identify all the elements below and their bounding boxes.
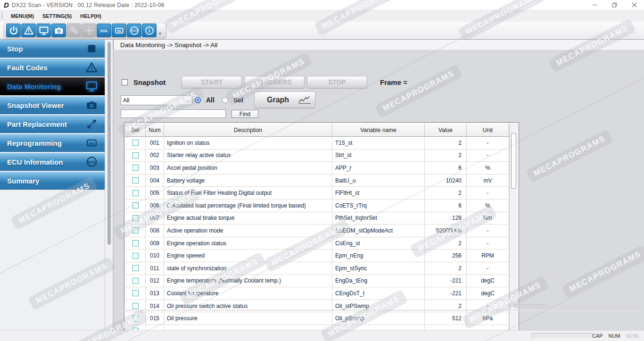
cell-unit: - <box>467 262 509 275</box>
radio-all[interactable] <box>195 97 201 103</box>
breadcrumb: Data Monitoring -> Snapshot -> All <box>113 40 644 50</box>
maximize-button[interactable] <box>604 0 624 10</box>
table-row[interactable]: 013Coolant temperatureCEngDsT_t-221degC <box>125 287 509 300</box>
sidebar-item-summary[interactable]: Summary <box>0 172 105 190</box>
table-scrollbar[interactable] <box>509 124 518 335</box>
toolbar-gears-icon[interactable] <box>66 24 81 37</box>
toolbar-area: EOLReECU▾ <box>0 22 644 40</box>
triggers-button[interactable]: TRIGGERS <box>244 76 305 88</box>
column-header-unit[interactable]: Unit <box>467 124 509 137</box>
row-checkbox[interactable] <box>132 165 139 171</box>
toolbar-overflow-icon[interactable]: ▾ <box>159 31 161 37</box>
toolbar-monitor-icon[interactable] <box>36 24 51 37</box>
table-row[interactable]: 015Oil pressureOil_pSwmp512hPa <box>125 312 509 325</box>
panel-divider <box>118 310 640 311</box>
sidebar-scrollbar[interactable] <box>105 40 113 330</box>
find-button[interactable]: Find <box>231 110 258 118</box>
cell-description: Calculated load percentage (Final limite… <box>164 200 332 212</box>
table-row[interactable]: 003Accel pedal positionAPP_r6% <box>125 162 509 175</box>
cell-description: state of synchronization <box>164 262 332 275</box>
table-row[interactable]: 005Status of Fuel Filter Heating Digital… <box>125 187 509 200</box>
toolbar-eol-icon[interactable]: EOL <box>97 24 111 37</box>
cell-unit: - <box>467 150 509 162</box>
status-bar: CAP NUM SCRL <box>0 330 644 341</box>
menu-item-help[interactable]: HELP(H) <box>76 11 106 21</box>
row-checkbox[interactable] <box>132 215 139 221</box>
sidebar-item-snapshot-viewer[interactable]: Snapshot Viewer <box>0 96 105 114</box>
row-checkbox[interactable] <box>132 303 139 309</box>
toolbar-camera-icon[interactable] <box>51 24 66 37</box>
table-row[interactable]: 009Engine operation statusCoEng_st2- <box>125 237 509 250</box>
cell-num: 001 <box>146 137 164 150</box>
table-scrollbar-thumb[interactable] <box>511 133 516 189</box>
row-checkbox[interactable] <box>132 227 139 233</box>
snapshot-checkbox[interactable] <box>122 79 128 85</box>
table-row[interactable]: 008Active operation modeCoEOM_stOpModeAc… <box>125 225 509 237</box>
cell-unit: degC <box>467 287 509 300</box>
row-checkbox[interactable] <box>132 177 139 183</box>
toolbar-move-icon[interactable] <box>82 24 96 37</box>
keyboard-indicators: CAP NUM SCRL <box>590 331 642 341</box>
table-row[interactable]: 010Engine speeedEpm_nEng256RPM <box>125 250 509 262</box>
cell-num: 009 <box>146 237 164 250</box>
column-header-variable-name[interactable]: Variable name <box>332 124 425 137</box>
stop-button[interactable]: STOP <box>307 76 367 88</box>
row-checkbox[interactable] <box>132 152 139 158</box>
menu-item-menu[interactable]: MENU(M) <box>7 11 38 21</box>
table-row[interactable]: 004Battery voltageBattU_u10240mV <box>125 175 509 187</box>
table-row[interactable]: 011state of synchronizationEpm_stSync2- <box>125 262 509 275</box>
cell-unit: % <box>467 200 509 212</box>
cell-unit: % <box>467 162 509 175</box>
column-header-description[interactable]: Description <box>164 124 332 137</box>
table-row[interactable]: 006Calculated load percentage (Final lim… <box>125 200 509 212</box>
row-checkbox[interactable] <box>132 253 139 259</box>
cell-value: -221 <box>425 287 467 300</box>
row-checkbox[interactable] <box>132 140 139 146</box>
sidebar-item-ecu-information[interactable]: ECU InformationECU <box>0 153 105 171</box>
group-filter-select[interactable]: All ⌄ <box>121 95 192 105</box>
row-checkbox[interactable] <box>132 202 139 208</box>
cell-num: 008 <box>146 225 164 237</box>
sidebar-item-stop[interactable]: Stop <box>0 40 105 58</box>
toolbar-reprog-icon[interactable]: Re <box>112 24 126 37</box>
minimize-button[interactable] <box>585 0 604 10</box>
table-row[interactable]: 001Ignition on statusT15_st2- <box>125 137 509 150</box>
cell-unit: - <box>467 225 509 237</box>
column-header-value[interactable]: Value <box>425 124 467 137</box>
horizontal-scrollbar-thumb[interactable] <box>513 304 547 308</box>
sidebar-item-reprogramming[interactable]: ReprogrammingRe <box>0 134 105 152</box>
cell-value: 512 <box>425 312 467 325</box>
radio-sel[interactable] <box>222 97 228 103</box>
sidebar-scrollbar-thumb[interactable] <box>107 42 111 245</box>
graph-button[interactable]: Graph <box>254 91 315 108</box>
toolbar-info-icon[interactable] <box>142 24 157 37</box>
cell-description: Battery voltage <box>164 175 332 187</box>
sidebar-item-data-monitoring[interactable]: Data Monitoring <box>0 77 105 95</box>
cell-unit: degC <box>467 275 509 288</box>
sidebar-item-fault-codes[interactable]: Fault Codes <box>0 58 105 76</box>
svg-text:EOL: EOL <box>100 29 107 33</box>
cell-num: 010 <box>146 250 164 262</box>
search-input[interactable] <box>121 109 226 118</box>
menu-bar: MENU(M) SETTING(S) HELP(H) <box>0 10 644 22</box>
close-button[interactable] <box>624 0 644 10</box>
row-checkbox[interactable] <box>132 278 139 284</box>
cell-unit: - <box>467 237 509 250</box>
table-row[interactable]: 007Engine actual brake torquePthSet_trqI… <box>125 212 509 225</box>
toolbar-ecu-icon[interactable]: ECU <box>127 24 141 37</box>
start-button[interactable]: START <box>182 76 242 88</box>
table-row[interactable]: 012Engine temperature (Normally Coolant … <box>125 275 509 288</box>
row-checkbox[interactable] <box>132 290 139 296</box>
toolbar-power-icon[interactable] <box>6 24 21 37</box>
row-checkbox[interactable] <box>132 190 139 196</box>
menu-item-settings[interactable]: SETTING(S) <box>38 11 76 21</box>
row-checkbox[interactable] <box>132 316 139 322</box>
row-checkbox[interactable] <box>132 240 139 246</box>
chart-icon <box>297 95 312 104</box>
sidebar-item-part-replacement[interactable]: Part Replacement <box>0 115 105 133</box>
toolbar-fault-icon[interactable] <box>21 24 36 37</box>
table-row[interactable]: 002Starter relay active statusStrt_st2- <box>125 150 509 162</box>
row-checkbox[interactable] <box>132 265 139 271</box>
column-header-num[interactable]: Num <box>146 124 164 137</box>
column-header-sel[interactable]: Sel <box>125 124 146 137</box>
